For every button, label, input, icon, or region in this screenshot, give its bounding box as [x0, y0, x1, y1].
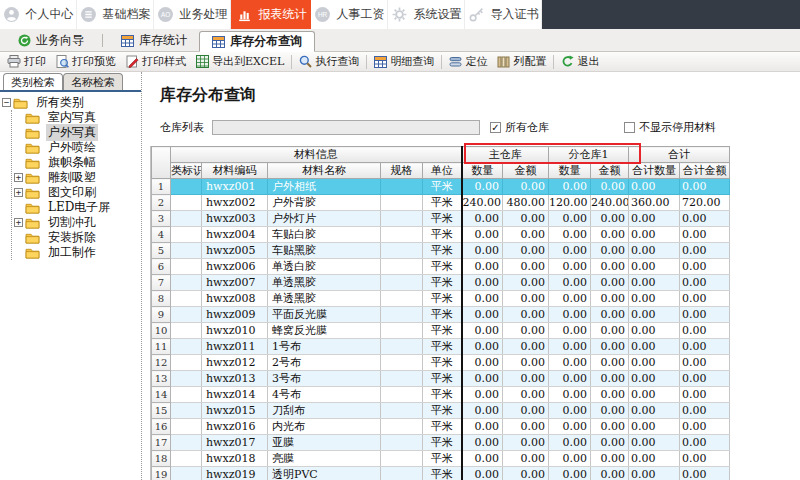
total-amount-cell: 0.00 [680, 371, 730, 387]
menu-item-hr-payroll[interactable]: HR人事工资 [311, 0, 388, 29]
menu-item-base-archives[interactable]: 基础档案 [77, 0, 154, 29]
sidebar-item-graphic-printing[interactable]: +图文印刷 [14, 185, 141, 200]
export-excel-button[interactable]: 导出到EXCEL [191, 53, 289, 71]
table-row[interactable]: 19hwxz019透明PVC平米0.000.000.000.000.000.00 [152, 467, 730, 480]
sidebar-item-led-screen[interactable]: LED电子屏 [14, 200, 141, 215]
table-row[interactable]: 10hwxz010蜂窝反光膜平米0.000.000.000.000.000.00 [152, 323, 730, 339]
spec-cell [381, 195, 423, 211]
sidebar-item-outdoor-spray[interactable]: 户外喷绘 [14, 140, 141, 155]
row-number-cell: 1 [152, 179, 171, 195]
column-header-1[interactable]: 材料编码 [202, 163, 268, 179]
locate-button[interactable]: 定位 [444, 53, 492, 71]
material-code-cell: hwxz005 [202, 243, 268, 259]
expand-icon[interactable]: + [14, 188, 23, 197]
svg-text:HR: HR [317, 11, 327, 18]
menu-item-label: 基础档案 [103, 6, 151, 23]
column-header-4[interactable]: 单位 [423, 163, 462, 179]
execute-query-button[interactable]: 执行查询 [294, 53, 364, 71]
table-row[interactable]: 14hwxz0144号布平米0.000.000.000.000.000.00 [152, 387, 730, 403]
table-row[interactable]: 12hwxz0122号布平米0.000.000.000.000.000.00 [152, 355, 730, 371]
unit-cell: 平米 [423, 195, 462, 211]
table-row[interactable]: 8hwxz008单透黑胶平米0.000.000.000.000.000.00 [152, 291, 730, 307]
detail-query-button[interactable]: 明细查询 [369, 53, 439, 71]
column-header-3[interactable]: 规格 [381, 163, 423, 179]
table-row[interactable]: 2hwxz002户外背胶平米240.00480.00120.00240.0036… [152, 195, 730, 211]
table-row[interactable]: 16hwxz016内光布平米0.000.000.000.000.000.00 [152, 419, 730, 435]
sidebar-tab-category-search[interactable]: 类别检索 [3, 73, 63, 90]
column-header-7[interactable]: 数量 [549, 163, 591, 179]
column-header-2[interactable]: 材料名称 [268, 163, 381, 179]
table-row[interactable]: 13hwxz0133号布平米0.000.000.000.000.000.00 [152, 371, 730, 387]
menu-item-report-statistics[interactable]: 报表统计 [231, 0, 311, 29]
table-row[interactable]: 9hwxz009平面反光膜平米0.000.000.000.000.000.00 [152, 307, 730, 323]
folder-icon [25, 187, 43, 199]
sidebar-item-carving-blister[interactable]: +雕刻吸塑 [14, 170, 141, 185]
expand-icon[interactable]: + [14, 173, 23, 182]
sidebar-item-outdoor-photo[interactable]: 户外写真 [14, 125, 141, 140]
sidebar-splitter[interactable] [141, 72, 148, 480]
main-warehouse-amount-cell: 0.00 [503, 211, 549, 227]
table-row[interactable]: 15hwxz015刀刮布平米0.000.000.000.000.000.00 [152, 403, 730, 419]
unit-cell: 平米 [423, 467, 462, 480]
collapse-icon[interactable]: − [2, 98, 11, 107]
folder-icon [25, 112, 43, 124]
column-header-0[interactable]: 类标识 [171, 163, 202, 179]
user-icon [3, 6, 20, 23]
excel-icon [196, 55, 209, 68]
tab-inventory-statistics[interactable]: 库存统计 [109, 30, 199, 51]
exit-button[interactable]: 退出 [556, 53, 604, 71]
warehouse-list-input[interactable] [212, 120, 480, 135]
table-row[interactable]: 5hwxz005车贴黑胶平米0.000.000.000.000.000.00 [152, 243, 730, 259]
menu-item-import-certificate[interactable]: 导入证书 [465, 0, 542, 29]
sidebar-item-all-categories[interactable]: −所有类别 [2, 95, 141, 110]
toolbar-button-label: 退出 [577, 54, 599, 69]
sidebar-item-processing[interactable]: 加工制作 [14, 245, 141, 260]
toolbar-button-label: 执行查询 [315, 54, 359, 69]
menu-item-system-settings[interactable]: 系统设置 [388, 0, 465, 29]
table-row[interactable]: 6hwxz006单透白胶平米0.000.000.000.000.000.00 [152, 259, 730, 275]
column-config-button[interactable]: 列配置 [492, 53, 551, 71]
print-preview-button[interactable]: 打印预览 [51, 53, 121, 71]
main-warehouse-qty-cell: 0.00 [462, 403, 503, 419]
sidebar-item-installation-removal[interactable]: 安装拆除 [14, 230, 141, 245]
table-row[interactable]: 4hwxz004车贴白胶平米0.000.000.000.000.000.00 [152, 227, 730, 243]
folder-icon [25, 217, 43, 229]
table-row[interactable]: 1hwxz001户外相纸平米0.000.000.000.000.000.00 [152, 179, 730, 195]
column-header-8[interactable]: 金额 [591, 163, 629, 179]
menu-item-personal-center[interactable]: 个人中心 [0, 0, 77, 29]
column-header-9[interactable]: 合计数量 [629, 163, 680, 179]
tab-label: 库存统计 [139, 32, 187, 49]
total-qty-cell: 0.00 [629, 259, 680, 275]
column-header-10[interactable]: 合计金额 [680, 163, 730, 179]
print-button[interactable]: 打印 [2, 53, 51, 71]
unit-cell: 平米 [423, 259, 462, 275]
tab-label: 库存分布查询 [230, 33, 302, 50]
expand-icon[interactable]: + [14, 218, 23, 227]
sub-warehouse1-amount-cell: 0.00 [591, 243, 629, 259]
tab-business-wizard[interactable]: 业务向导 [6, 30, 96, 51]
material-code-cell: hwxz014 [202, 387, 268, 403]
table-row[interactable]: 7hwxz007单透黑胶平米0.000.000.000.000.000.00 [152, 275, 730, 291]
main-warehouse-amount-cell: 0.00 [503, 467, 549, 480]
material-name-cell: 单透黑胶 [268, 275, 381, 291]
sidebar-item-cutting-punching[interactable]: +切割冲孔 [14, 215, 141, 230]
table-row[interactable]: 3hwxz003户外灯片平米0.000.000.000.000.000.00 [152, 211, 730, 227]
print-style-button[interactable]: 打印样式 [121, 53, 191, 71]
table-row[interactable]: 11hwxz0111号布平米0.000.000.000.000.000.00 [152, 339, 730, 355]
menu-item-business-process[interactable]: AO业务处理 [154, 0, 231, 29]
sidebar-item-flag-banner[interactable]: 旗帜条幅 [14, 155, 141, 170]
sidebar-item-indoor-photo[interactable]: 室内写真 [14, 110, 141, 125]
hide-disabled-checkbox[interactable]: 不显示停用材料 [624, 120, 716, 135]
tree-item-label: 加工制作 [46, 244, 98, 261]
tab-inventory-distribution-query[interactable]: 库存分布查询 [199, 31, 315, 52]
column-header-5[interactable]: 数量 [462, 163, 503, 179]
column-header-6[interactable]: 金额 [503, 163, 549, 179]
grid-container: 材料信息主仓库分仓库1合计类标识材料编码材料名称规格单位数量金额数量金额合计数量… [150, 146, 729, 480]
sidebar-tab-name-search[interactable]: 名称检索 [63, 73, 123, 90]
unit-cell: 平米 [423, 339, 462, 355]
sub-warehouse1-qty-cell: 0.00 [549, 227, 591, 243]
table-row[interactable]: 18hwxz018亮膜平米0.000.000.000.000.000.00 [152, 451, 730, 467]
spec-cell [381, 387, 423, 403]
all-warehouses-checkbox[interactable]: 所有仓库 [490, 120, 549, 135]
table-row[interactable]: 17hwxz017亚膜平米0.000.000.000.000.000.00 [152, 435, 730, 451]
